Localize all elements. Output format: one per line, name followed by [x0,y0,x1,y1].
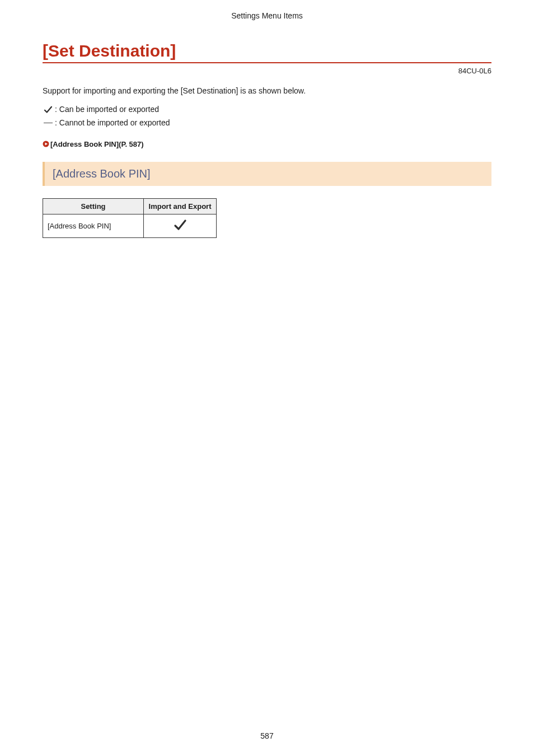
cross-reference-link[interactable]: [Address Book PIN](P. 587) [43,140,491,148]
cross-reference-label: [Address Book PIN](P. 587) [50,140,144,148]
settings-table: Setting Import and Export [Address Book … [43,198,217,238]
table-header-row: Setting Import and Export [43,198,217,214]
intro-text: Support for importing and exporting the … [43,86,491,95]
page-number: 587 [0,731,534,740]
table-row: [Address Book PIN] [43,214,217,237]
page-title: [Set Destination] [43,41,491,63]
column-header-import-export: Import and Export [144,198,217,214]
dash-icon [43,123,54,123]
check-icon [43,105,54,115]
legend-cannot-label: : Cannot be imported or exported [55,116,170,130]
page-header-title: Settings Menu Items [43,11,491,20]
document-id: 84CU-0L6 [43,67,491,75]
legend: : Can be imported or exported : Cannot b… [43,103,491,130]
legend-can-label: : Can be imported or exported [55,103,159,116]
section-heading: [Address Book PIN] [43,162,491,186]
legend-row-cannot: : Cannot be imported or exported [43,116,491,130]
legend-row-can: : Can be imported or exported [43,103,491,116]
cell-import-export [144,214,217,237]
column-header-setting: Setting [43,198,144,214]
cell-setting-name: [Address Book PIN] [43,214,144,237]
play-bullet-icon [43,141,49,147]
check-icon [174,225,187,234]
